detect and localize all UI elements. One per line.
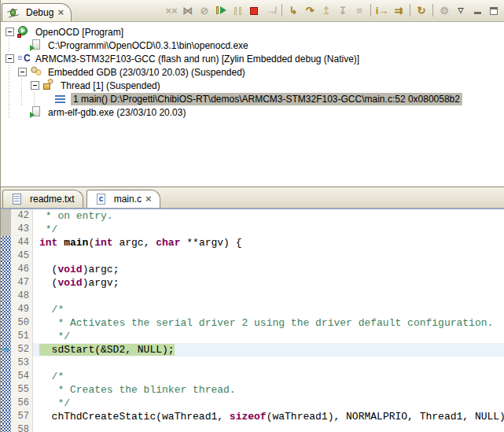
suspend-button[interactable] <box>230 3 245 18</box>
code-text: */ <box>33 223 504 236</box>
debug-tree-row[interactable]: arm-elf-gdb.exe (23/03/10 20.03) <box>1 105 504 119</box>
program-icon <box>17 26 30 38</box>
debug-options-button[interactable]: ⚙ <box>436 3 452 18</box>
step-mode-button[interactable]: ⇉ <box>391 3 407 18</box>
eclipse-debug-window: Debug × ××⋈⊘↛↳↷↥↧≡i→⇉↻⚙▽ OpenOCD [Progra… <box>0 0 504 432</box>
code-text: (void)argc; <box>33 263 504 276</box>
code-text: /* <box>33 370 504 383</box>
step-over-button[interactable]: ↷ <box>302 3 318 18</box>
gdb-icon <box>30 66 42 78</box>
code-text: */ <box>33 330 504 343</box>
minimize-icon <box>474 7 481 15</box>
annotation-ruler-cell <box>1 249 11 263</box>
skip-all-breakpoints-button[interactable]: ⊘ <box>197 3 212 18</box>
maximize-button[interactable] <box>486 3 502 18</box>
annotation-ruler-cell <box>1 383 11 397</box>
code-text: int main(int argc, char **argv) { <box>33 236 504 249</box>
editor-tab-label: readme.txt <box>30 194 75 205</box>
refresh-button[interactable]: ↻ <box>414 3 429 18</box>
use-step-filters-icon: ≡ <box>356 6 362 16</box>
debug-tree-row[interactable]: ARMCM3-STM32F103-GCC (flash and run) [Zy… <box>1 52 504 65</box>
step-return-icon: ↥ <box>322 6 331 16</box>
tree-item-label: OpenOCD [Program] <box>33 26 126 39</box>
line-number: 47 <box>11 276 33 290</box>
annotation-ruler-cell <box>1 370 11 383</box>
tree-indent-guide <box>18 92 31 105</box>
code-text: (void)argv; <box>33 276 504 290</box>
code-line: 43 */ <box>1 223 504 236</box>
annotation-ruler-cell <box>1 330 11 343</box>
code-line: 57 chThdCreateStatic(waThread1, sizeof(w… <box>1 410 504 423</box>
step-over-icon: ↷ <box>306 6 315 16</box>
tree-indent-guide <box>31 92 43 105</box>
terminate-and-relaunch-button[interactable]: ⋈ <box>180 3 196 18</box>
debug-view-header: Debug × ××⋈⊘↛↳↷↥↧≡i→⇉↻⚙▽ <box>1 0 504 22</box>
code-text: * Creates the blinker thread. <box>33 383 504 397</box>
annotation-ruler-cell <box>1 276 11 290</box>
step-return-button[interactable]: ↥ <box>318 3 334 18</box>
step-into-button[interactable]: ↳ <box>285 3 301 18</box>
code-line: 53 <box>1 356 504 370</box>
line-number: 55 <box>11 383 33 397</box>
code-text: * on entry. <box>33 209 504 223</box>
use-step-filters-button[interactable]: ≡ <box>351 3 367 18</box>
disconnect-button[interactable]: ↛ <box>263 3 278 18</box>
instruction-stepping-mode-button[interactable]: i→ <box>374 3 390 18</box>
process-icon <box>30 106 42 118</box>
remove-all-terminated-button[interactable]: ×× <box>164 3 179 18</box>
line-number: 46 <box>11 263 33 276</box>
line-number: 56 <box>11 397 33 410</box>
code-line: 42 * on entry. <box>1 209 504 223</box>
annotation-ruler-cell <box>1 303 11 316</box>
annotation-ruler-cell <box>1 356 11 370</box>
annotation-ruler-cell <box>1 263 11 276</box>
annotation-ruler-cell: → <box>1 343 11 356</box>
close-icon[interactable]: × <box>57 9 64 17</box>
view-menu-icon: ▽ <box>458 6 464 16</box>
code-line: 58 <box>1 423 504 432</box>
code-text <box>33 249 504 263</box>
resume-button[interactable] <box>213 3 229 18</box>
debug-tree-row[interactable]: Thread [1] (Suspended) <box>1 79 504 92</box>
code-text <box>33 356 504 370</box>
text-file-icon <box>11 194 23 205</box>
tab-readme-txt[interactable]: readme.txt <box>2 190 83 208</box>
line-number: 54 <box>11 370 33 383</box>
code-line: 44int main(int argc, char **argv) { <box>1 236 504 249</box>
code-editor[interactable]: 42 * on entry.43 */44int main(int argc, … <box>1 209 504 432</box>
toolbar-separator <box>281 4 282 17</box>
tree-collapse-toggle[interactable] <box>6 28 14 36</box>
code-text: sdStart(&SD2, NULL); <box>33 343 504 356</box>
remove-all-terminated-icon: ×× <box>165 6 177 16</box>
view-menu-button[interactable]: ▽ <box>453 3 469 18</box>
tab-main-c[interactable]: main.c× <box>86 190 160 208</box>
tree-collapse-toggle[interactable] <box>6 54 14 63</box>
tree-collapse-toggle[interactable] <box>18 68 27 76</box>
line-number: 48 <box>11 290 33 303</box>
debug-target-icon <box>17 53 30 65</box>
tree-item-label: ARMCM3-STM32F103-GCC (flash and run) [Zy… <box>33 53 362 65</box>
refresh-icon: ↻ <box>418 6 426 16</box>
debug-tree-row[interactable]: 1 main() D:\Progetti\ChibiOS-RT\demos\AR… <box>1 92 504 105</box>
disconnect-icon: ↛ <box>266 6 276 16</box>
code-line: 51 */ <box>1 330 504 343</box>
debug-tree-row[interactable]: Embedded GDB (23/03/10 20.03) (Suspended… <box>1 65 504 79</box>
line-number: 52 <box>11 343 33 356</box>
step-into-icon: ↳ <box>289 6 298 16</box>
toolbar-separator <box>410 4 410 17</box>
debug-tree-row[interactable]: OpenOCD [Program] <box>1 25 504 39</box>
step-mode-icon: ⇉ <box>395 6 403 16</box>
close-icon[interactable]: × <box>145 195 152 203</box>
code-line: 56 */ <box>1 397 504 410</box>
tree-collapse-toggle[interactable] <box>31 81 39 90</box>
terminate-button[interactable] <box>246 3 262 18</box>
code-text <box>33 290 504 303</box>
minimize-button[interactable] <box>469 3 485 18</box>
line-number: 42 <box>11 209 33 223</box>
debug-tree-row[interactable]: C:\Programmi\OpenOCD\0.3.1\bin\openocd.e… <box>1 39 504 52</box>
tree-indent-guide <box>6 79 18 92</box>
drop-to-frame-button[interactable]: ↧ <box>335 3 351 18</box>
current-instruction-highlight: sdStart(&SD2, NULL); <box>39 344 175 356</box>
tree-item-label: C:\Programmi\OpenOCD\0.3.1\bin\openocd.e… <box>46 39 251 52</box>
tab-debug-view[interactable]: Debug × <box>2 3 72 21</box>
